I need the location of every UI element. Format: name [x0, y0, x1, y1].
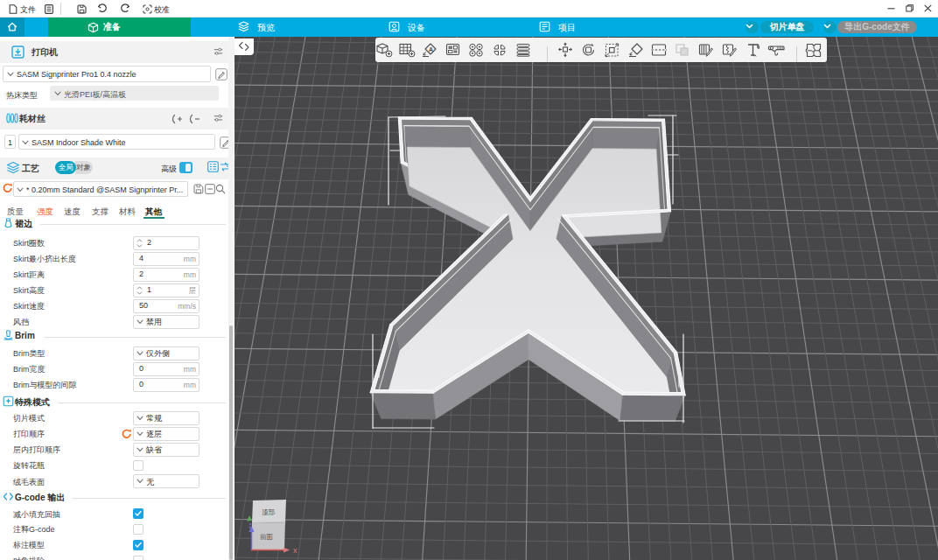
svg-text:x: x [293, 546, 298, 555]
svg-text:A: A [429, 46, 433, 52]
svg-text:顶部: 顶部 [261, 508, 276, 516]
svg-text:前面: 前面 [260, 533, 274, 541]
